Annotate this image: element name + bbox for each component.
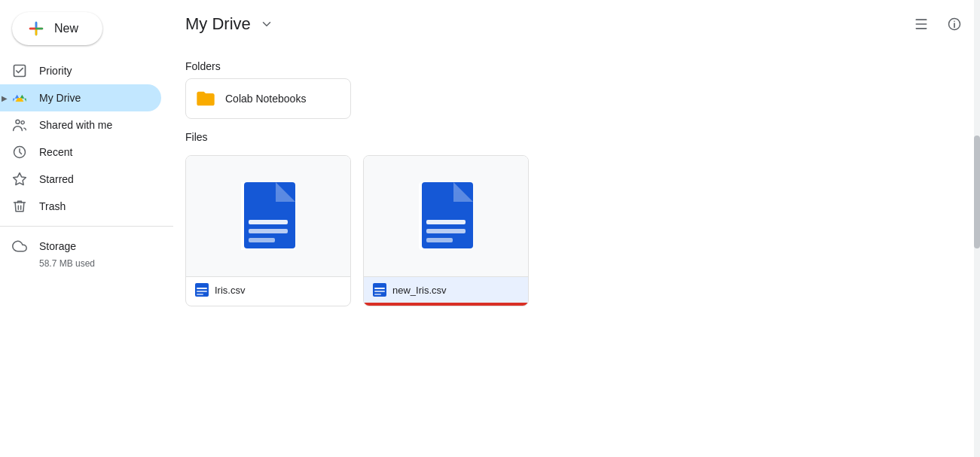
files-row: Iris.csv [185,155,968,306]
sidebar-item-recent[interactable]: Recent [0,139,161,166]
page-title: My Drive [185,14,251,34]
selection-bar-new-iris [364,303,528,306]
file-name-new-iris-csv: new_Iris.csv [392,285,519,296]
drive-icon [12,90,27,105]
svg-point-13 [954,20,955,22]
csv-doc-icon-iris [241,182,295,250]
svg-rect-9 [916,23,927,25]
people-icon [12,117,27,133]
trash-icon [12,199,27,214]
svg-rect-21 [197,291,207,292]
svg-point-5 [21,121,24,124]
file-info-new-iris-csv: new_Iris.csv [364,276,528,303]
sidebar-item-my-drive[interactable]: ▶ My Drive [0,84,161,111]
header-left: My Drive [185,14,276,34]
svg-rect-8 [916,19,927,20]
scrollbar-track[interactable] [974,0,980,457]
sidebar: New Priority ▶ My Drive [0,0,173,457]
content-area: Folders Colab Notebooks Files [173,48,980,457]
folders-row: Colab Notebooks [185,78,968,119]
svg-rect-16 [249,220,288,224]
new-button-label: New [54,22,78,35]
sidebar-item-trash[interactable]: Trash [0,193,161,220]
scrollbar-thumb[interactable] [974,136,980,248]
folder-icon [195,88,216,109]
chevron-right-icon: ▶ [2,94,8,102]
storage-used: 58.7 MB used [12,258,161,269]
list-view-icon [914,17,929,32]
sidebar-item-starred[interactable]: Starred [0,166,161,193]
svg-rect-25 [426,220,466,224]
sidebar-item-label-priority: Priority [39,65,152,77]
svg-rect-20 [197,288,207,289]
sidebar-item-label-my-drive: My Drive [39,92,152,104]
svg-rect-22 [197,294,203,295]
sidebar-divider [0,226,173,227]
sidebar-item-label-recent: Recent [39,146,152,158]
svg-rect-31 [374,294,381,295]
folder-card-colab-notebooks[interactable]: Colab Notebooks [185,78,351,119]
list-view-button[interactable] [908,11,935,38]
chevron-down-icon [260,17,273,31]
info-button[interactable] [941,11,968,38]
clock-icon [12,145,27,160]
header: My Drive [173,0,980,48]
file-name-iris-csv: Iris.csv [215,285,341,296]
csv-small-icon-iris [195,283,209,297]
folder-name-colab-notebooks: Colab Notebooks [225,93,306,105]
svg-rect-30 [374,291,385,292]
file-preview-iris-csv [186,156,350,276]
sidebar-item-storage[interactable]: Storage [12,239,161,254]
sidebar-item-priority[interactable]: Priority [0,57,161,84]
file-preview-new-iris-csv [364,156,528,276]
plus-icon [27,20,45,38]
new-button[interactable]: New [12,12,102,45]
svg-point-4 [16,120,20,123]
sidebar-item-label-trash: Trash [39,200,152,212]
sidebar-item-label-shared: Shared with me [39,119,152,131]
file-card-new-iris-csv[interactable]: new_Iris.csv [363,155,529,306]
file-card-iris-csv[interactable]: Iris.csv [185,155,351,306]
svg-rect-29 [374,288,385,289]
svg-rect-10 [916,28,927,29]
checkbox-icon [12,63,27,78]
csv-small-icon-new-iris [373,283,386,297]
svg-rect-18 [249,238,275,242]
files-label: Files [185,119,968,149]
svg-marker-7 [14,173,26,185]
sidebar-item-shared-with-me[interactable]: Shared with me [0,111,161,139]
info-icon [947,17,962,32]
cloud-icon [12,239,27,254]
svg-rect-26 [426,229,466,233]
main-content: My Drive [173,0,980,457]
storage-section: Storage 58.7 MB used [0,233,173,275]
folders-label: Folders [185,48,968,78]
star-icon [12,172,27,187]
svg-rect-27 [426,238,453,242]
csv-doc-icon-new-iris [419,182,473,250]
my-drive-dropdown-button[interactable] [257,14,276,34]
sidebar-item-label-starred: Starred [39,173,152,185]
storage-label: Storage [39,240,76,252]
header-actions [908,11,968,38]
file-info-iris-csv: Iris.csv [186,276,350,303]
svg-rect-17 [249,229,288,233]
